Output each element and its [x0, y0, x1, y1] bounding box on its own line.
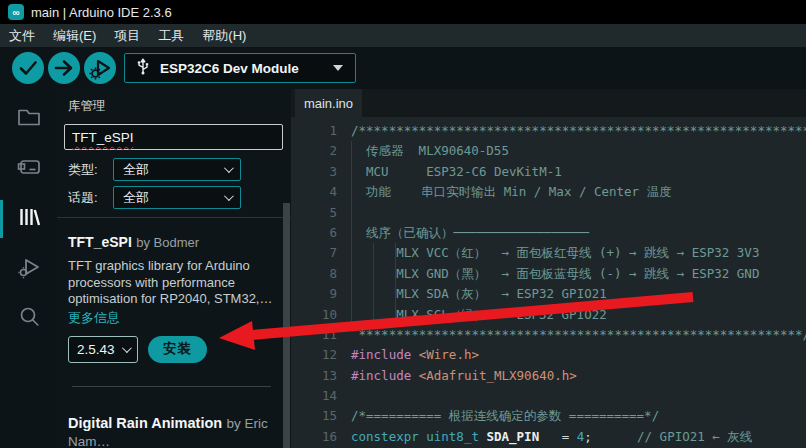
line-number: 14 [291, 386, 337, 406]
chevron-down-icon [333, 65, 343, 71]
code-text: #include <Adafruit_MLX90640.h> [351, 366, 577, 386]
line-number: 11 [291, 325, 337, 345]
check-icon [12, 52, 44, 84]
panel-scrollbar[interactable] [283, 203, 290, 448]
code-text: MLX GND（黑） → 面包板蓝母线 (-) → 跳线 → ESP32 GND [351, 264, 759, 284]
board-selector[interactable]: ESP32C6 Dev Module [124, 53, 356, 83]
arduino-ide-window: ∞ main | Arduino IDE 2.3.6 文件编辑(E)项目工具帮助… [0, 0, 806, 448]
menu-item-2[interactable]: 项目 [105, 24, 149, 47]
usb-icon [135, 57, 151, 79]
code-text: ****************************************… [351, 325, 806, 345]
code-line-10: 10 MLX SCL（绿） → ESP32 GPIO22 [291, 305, 806, 325]
filter-topic-select[interactable]: 全部 [113, 186, 241, 209]
code-line-2: 2 传感器 MLX90640-D55 [291, 141, 806, 161]
menu-item-0[interactable]: 文件 [0, 24, 44, 47]
code-text: 传感器 MLX90640-D55 [351, 141, 509, 161]
library-manager-icon [15, 203, 43, 235]
install-button[interactable]: 安装 [148, 336, 207, 363]
boards-manager-icon [15, 153, 43, 185]
library-search-input[interactable]: TFT_eSPI [64, 124, 283, 150]
code-line-12: 12#include <Wire.h> [291, 345, 806, 365]
code-line-8: 8 MLX GND（黑） → 面包板蓝母线 (-) → 跳线 → ESP32 G… [291, 264, 806, 284]
sidebar-item-search[interactable] [0, 297, 57, 341]
code-text: constexpr uint8_t SDA_PIN = 4; // GPIO21… [351, 427, 752, 447]
code-text: 线序（已确认）────────────────── [351, 223, 589, 243]
board-selector-label: ESP32C6 Dev Module [160, 61, 299, 76]
library-result-tft-espi: TFT_eSPI by Bodmer TFT graphics library … [64, 218, 283, 387]
line-number: 3 [291, 162, 337, 182]
menu-item-3[interactable]: 工具 [149, 24, 193, 47]
debug-button[interactable] [84, 52, 116, 84]
library-description: TFT graphics library for Arduino process… [68, 258, 279, 308]
sidebar-item-boards-manager[interactable] [0, 147, 57, 191]
line-number: 12 [291, 345, 337, 365]
activity-rail [0, 89, 57, 448]
code-line-16: 16constexpr uint8_t SDA_PIN = 4; // GPIO… [291, 427, 806, 447]
menu-item-4[interactable]: 帮助(H) [193, 24, 255, 47]
code-line-3: 3 MCU ESP32-C6 DevKitM-1 [291, 162, 806, 182]
library-result-digital-rain: Digital Rain Animation by Eric Nam… [64, 387, 282, 448]
filter-type-label: 类型: [68, 161, 113, 179]
indent-guide [395, 243, 396, 325]
sketchbook-folder-icon [15, 103, 43, 135]
sidebar-item-library-manager[interactable] [0, 197, 57, 241]
version-value: 2.5.43 [77, 342, 115, 357]
code-line-9: 9 MLX SDA（灰） → ESP32 GPIO21 [291, 284, 806, 304]
line-number: 15 [291, 406, 337, 426]
line-number: 9 [291, 284, 337, 304]
version-select[interactable]: 2.5.43 [68, 336, 138, 363]
editor: main.ino 1/*****************************… [291, 89, 806, 448]
toolbar: ESP32C6 Dev Module [0, 47, 806, 89]
chevron-down-icon [122, 343, 132, 353]
titlebar: ∞ main | Arduino IDE 2.3.6 [0, 0, 806, 24]
code-text: MLX VCC（红） → 面包板红母线 (+) → 跳线 → ESP32 3V3 [351, 243, 759, 263]
line-number: 10 [291, 305, 337, 325]
line-number: 8 [291, 264, 337, 284]
code-text: /***************************************… [351, 121, 806, 141]
code-text: #include <Wire.h> [351, 345, 479, 365]
code-line-5: 5 [291, 203, 806, 223]
code-text: MCU ESP32-C6 DevKitM-1 [351, 162, 562, 182]
library-name: TFT_eSPI [68, 234, 132, 250]
line-number: 6 [291, 223, 337, 243]
code-line-11: 11 *************************************… [291, 325, 806, 345]
menu-item-1[interactable]: 编辑(E) [44, 24, 105, 47]
search-input-value: TFT_eSPI [72, 130, 134, 145]
panel-title: 库管理 [68, 98, 283, 115]
window-title: main | Arduino IDE 2.3.6 [31, 5, 172, 20]
code-line-14: 14 [291, 386, 806, 406]
line-number: 7 [291, 243, 337, 263]
line-number: 4 [291, 182, 337, 202]
active-indicator [0, 200, 3, 238]
line-number: 16 [291, 427, 337, 447]
tab-main-ino[interactable]: main.ino [295, 89, 362, 117]
debug-icon [15, 253, 43, 285]
search-icon [15, 303, 43, 335]
chevron-down-icon [224, 163, 234, 173]
code-line-15: 15/*========== 根据连线确定的参数 ==========*/ [291, 406, 806, 426]
indent-guide [351, 141, 352, 325]
library-author: by Bodmer [136, 235, 199, 250]
line-number: 2 [291, 141, 337, 161]
library-title: TFT_eSPI by Bodmer [68, 233, 279, 251]
filter-topic-label: 话题: [68, 189, 113, 207]
arduino-logo-icon: ∞ [8, 4, 24, 20]
verify-button[interactable] [12, 52, 44, 84]
code-text: /*========== 根据连线确定的参数 ==========*/ [351, 406, 659, 426]
code-line-1: 1/**************************************… [291, 121, 806, 141]
arrow-right-icon [48, 52, 80, 84]
indent-guide [373, 243, 374, 325]
code-text: MLX SDA（灰） → ESP32 GPIO21 [351, 284, 607, 304]
sidebar-item-sketchbook[interactable] [0, 97, 57, 141]
chevron-down-icon [224, 191, 234, 201]
sidebar-item-debug[interactable] [0, 247, 57, 291]
upload-button[interactable] [48, 52, 80, 84]
more-info-link[interactable]: 更多信息 [68, 309, 279, 327]
filter-type-select[interactable]: 全部 [113, 158, 241, 181]
code-area[interactable]: 1/**************************************… [291, 117, 806, 448]
line-number: 13 [291, 366, 337, 386]
code-line-4: 4 功能 串口实时输出 Min / Max / Center 温度 [291, 182, 806, 202]
code-line-6: 6 线序（已确认）────────────────── [291, 223, 806, 243]
line-number: 5 [291, 203, 337, 223]
debug-play-icon [84, 52, 116, 84]
